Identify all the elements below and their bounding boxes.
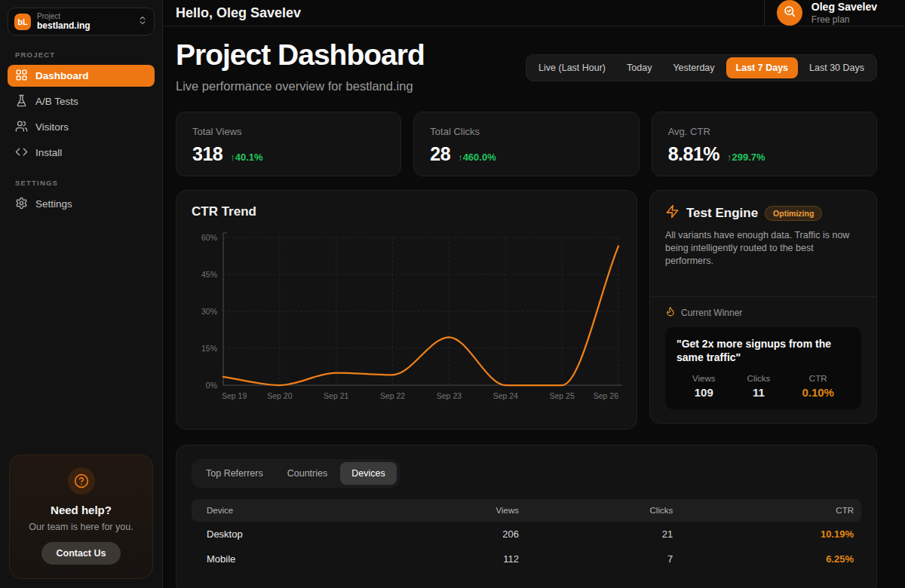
- svg-text:Sep 24: Sep 24: [493, 391, 518, 400]
- stat-value: 8.81%: [668, 143, 719, 165]
- sidebar-section-project: PROJECT: [15, 51, 147, 59]
- avatar[interactable]: [777, 0, 802, 26]
- winner-metric-clicks: Clicks 11: [747, 374, 771, 399]
- project-selector-label: Project: [37, 12, 131, 21]
- tab-countries[interactable]: Countries: [276, 462, 339, 485]
- users-icon: [15, 120, 28, 135]
- test-engine-description: All variants have enough data. Traffic i…: [665, 229, 861, 268]
- page-subtitle: Live performance overview for bestland.i…: [176, 79, 425, 93]
- content: Project Dashboard Live performance overv…: [163, 26, 905, 588]
- svg-text:Sep 20: Sep 20: [267, 391, 292, 400]
- sidebar-item-label: Visitors: [35, 121, 69, 133]
- topbar-divider: [764, 0, 765, 26]
- sidebar-item-install[interactable]: Install: [8, 142, 155, 164]
- stat-delta: ↑40.1%: [230, 152, 262, 163]
- cell-device: Desktop: [192, 522, 392, 547]
- stat-value: 318: [192, 143, 222, 165]
- stat-card-total-views: Total Views 318 ↑40.1%: [176, 112, 401, 176]
- svg-text:15%: 15%: [201, 344, 217, 353]
- bolt-icon: [665, 204, 680, 222]
- svg-text:Sep 26: Sep 26: [594, 391, 618, 400]
- winner-quote: "Get 2x more signups from the same traff…: [676, 337, 850, 364]
- winner-card: "Get 2x more signups from the same traff…: [665, 327, 861, 409]
- cell-device: Mobile: [192, 547, 392, 571]
- stat-card-avg-ctr: Avg. CTR 8.81% ↑299.7%: [652, 112, 877, 176]
- stat-label: Avg. CTR: [668, 126, 861, 137]
- svg-text:30%: 30%: [201, 307, 217, 316]
- col-ctr: CTR: [680, 499, 861, 522]
- cell-ctr: 10.19%: [680, 522, 861, 547]
- project-selector-value: bestland.ing: [37, 21, 131, 32]
- sidebar-section-settings: SETTINGS: [15, 179, 147, 187]
- sidebar-item-visitors[interactable]: Visitors: [8, 116, 155, 138]
- filter-tab-last-7-days[interactable]: Last 7 Days: [726, 57, 798, 78]
- sidebar-item-label: Dashboard: [35, 70, 89, 81]
- filter-tab-live[interactable]: Live (Last Hour): [529, 57, 615, 78]
- chevrons-up-down-icon: [137, 15, 148, 29]
- stat-label: Total Views: [192, 126, 385, 137]
- winner-metric-views: Views 109: [692, 374, 715, 399]
- svg-text:0%: 0%: [206, 381, 217, 390]
- help-subtitle: Our team is here for you.: [19, 522, 143, 532]
- flask-icon: [15, 94, 28, 109]
- stat-card-total-clicks: Total Clicks 28 ↑460.0%: [413, 112, 639, 176]
- svg-text:45%: 45%: [201, 270, 217, 279]
- col-clicks: Clicks: [526, 499, 680, 522]
- winner-metric-ctr: CTR 0.10%: [802, 374, 834, 399]
- filter-tab-last-30-days[interactable]: Last 30 Days: [799, 57, 874, 78]
- sidebar-item-label: Settings: [35, 198, 72, 210]
- breakdown-panel: Top Referrers Countries Devices Device V…: [176, 445, 877, 588]
- main-area: Hello, Oleg Savelev Oleg Savelev Free pl…: [163, 0, 905, 588]
- cell-clicks: 21: [526, 522, 680, 547]
- gear-icon: [15, 197, 28, 212]
- project-logo: bL: [14, 14, 31, 30]
- filter-tab-yesterday[interactable]: Yesterday: [663, 57, 724, 78]
- optimizing-badge: Optimizing: [765, 206, 822, 221]
- cell-views: 112: [392, 547, 526, 571]
- table-row: Desktop 206 21 10.19%: [192, 522, 861, 547]
- cell-views: 206: [392, 522, 526, 547]
- time-filter-group: Live (Last Hour) Today Yesterday Last 7 …: [526, 54, 877, 81]
- user-name: Oleg Savelev: [811, 1, 877, 14]
- project-selector[interactable]: bL Project bestland.ing: [8, 8, 155, 35]
- user-area[interactable]: Oleg Savelev Free plan: [764, 0, 877, 26]
- filter-tab-today[interactable]: Today: [617, 57, 661, 78]
- table-row: Mobile 112 7 6.25%: [192, 547, 861, 571]
- test-engine-panel: Test Engine Optimizing All variants have…: [649, 190, 877, 424]
- svg-text:Sep 19: Sep 19: [222, 391, 247, 400]
- sidebar-item-dashboard[interactable]: Dashboard: [8, 65, 155, 87]
- stat-delta: ↑299.7%: [727, 152, 765, 163]
- cell-ctr: 6.25%: [680, 547, 861, 571]
- sidebar-item-ab-tests[interactable]: A/B Tests: [8, 90, 155, 112]
- col-device: Device: [192, 499, 392, 522]
- cell-clicks: 7: [526, 547, 680, 571]
- svg-text:Sep 23: Sep 23: [437, 391, 462, 400]
- search-check-icon: [783, 5, 796, 21]
- breakdown-tabs: Top Referrers Countries Devices: [192, 459, 400, 488]
- current-winner-label: Current Winner: [681, 308, 742, 318]
- code-icon: [15, 145, 28, 161]
- svg-text:Sep 22: Sep 22: [380, 391, 405, 400]
- svg-text:60%: 60%: [201, 233, 217, 242]
- topbar: Hello, Oleg Savelev Oleg Savelev Free pl…: [163, 0, 905, 26]
- tab-top-referrers[interactable]: Top Referrers: [195, 462, 275, 485]
- stat-value: 28: [430, 143, 450, 165]
- stat-delta: ↑460.0%: [458, 152, 496, 163]
- sidebar-item-label: A/B Tests: [35, 96, 78, 107]
- help-circle-icon: [68, 467, 95, 495]
- ctr-trend-title: CTR Trend: [192, 204, 621, 219]
- greeting-text: Hello, Oleg Savelev: [176, 5, 301, 21]
- sidebar-item-label: Install: [35, 147, 62, 158]
- divider: [650, 296, 876, 297]
- page-title: Project Dashboard: [176, 38, 425, 72]
- help-card: Need help? Our team is here for you. Con…: [9, 455, 153, 579]
- sidebar-item-settings[interactable]: Settings: [8, 193, 155, 215]
- test-engine-title: Test Engine: [686, 206, 758, 221]
- tab-devices[interactable]: Devices: [340, 462, 396, 485]
- devices-table: Device Views Clicks CTR Desktop 206 21 1…: [192, 499, 861, 571]
- ctr-trend-chart: 0%15%30%45%60%Sep 19Sep 20Sep 21Sep 22Se…: [192, 225, 623, 415]
- svg-text:Sep 25: Sep 25: [550, 391, 575, 400]
- sidebar: bL Project bestland.ing PROJECT Dashboar…: [0, 0, 163, 588]
- ctr-trend-panel: CTR Trend 0%15%30%45%60%Sep 19Sep 20Sep …: [176, 190, 637, 430]
- contact-us-button[interactable]: Contact Us: [41, 542, 121, 565]
